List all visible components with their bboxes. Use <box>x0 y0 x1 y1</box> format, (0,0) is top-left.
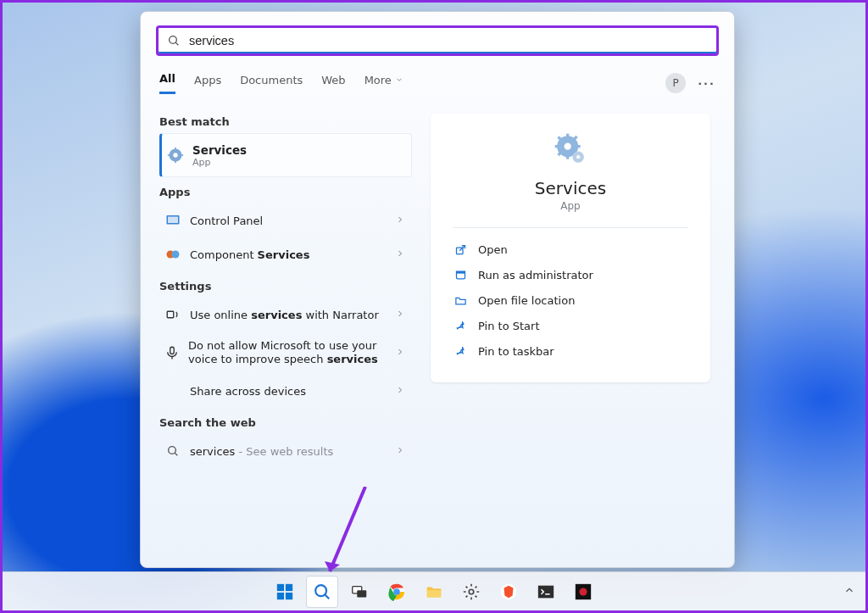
search-box[interactable] <box>156 25 719 56</box>
result-component-services[interactable]: Component Services <box>159 237 412 271</box>
result-web-search[interactable]: services - See web results <box>159 434 412 468</box>
result-control-panel[interactable]: Control Panel <box>159 203 412 237</box>
result-title: Services <box>192 143 247 157</box>
svg-point-3 <box>173 153 177 157</box>
action-pin-to-start[interactable]: Pin to Start <box>453 313 688 338</box>
taskbar-start-button[interactable] <box>269 576 301 608</box>
results-list: Best match Services App Apps Control Pan… <box>141 97 412 567</box>
section-best-match: Best match <box>159 115 412 128</box>
action-label: Open <box>478 243 508 256</box>
tab-all[interactable]: All <box>159 72 175 94</box>
action-pin-to-taskbar[interactable]: Pin to taskbar <box>453 338 688 364</box>
svg-point-0 <box>170 36 177 44</box>
taskbar-file-explorer-button[interactable] <box>418 576 450 608</box>
svg-point-15 <box>169 447 176 454</box>
result-narrator-services[interactable]: Use online services with Narrator <box>159 298 412 332</box>
svg-line-16 <box>175 453 177 455</box>
tab-web[interactable]: Web <box>321 72 345 94</box>
result-speech-services[interactable]: Do not allow Microsoft to use your voice… <box>159 332 412 374</box>
taskbar-search-button[interactable] <box>306 576 338 608</box>
result-services-app[interactable]: Services App <box>159 133 412 177</box>
tab-more-label: More <box>364 74 392 86</box>
blank-icon <box>164 382 181 399</box>
result-share-across-devices[interactable]: Share across devices <box>159 374 412 408</box>
svg-rect-44 <box>427 590 442 597</box>
taskbar <box>3 571 865 610</box>
taskbar-brave-button[interactable] <box>492 576 525 608</box>
component-icon <box>164 246 181 263</box>
action-run-as-admin[interactable]: Run as administrator <box>453 262 688 287</box>
svg-line-1 <box>175 42 178 45</box>
taskbar-task-view-button[interactable] <box>343 576 376 608</box>
svg-rect-12 <box>167 311 174 318</box>
chevron-right-icon <box>395 248 405 261</box>
svg-rect-4 <box>175 148 176 150</box>
pin-icon <box>453 345 468 358</box>
chevron-down-icon <box>395 74 403 86</box>
chevron-right-icon <box>395 445 405 458</box>
svg-rect-19 <box>566 134 569 138</box>
result-type: App <box>192 157 247 168</box>
search-filter-tabs: All Apps Documents Web More P ··· <box>141 63 734 97</box>
svg-rect-34 <box>286 583 292 590</box>
details-type: App <box>453 200 688 212</box>
svg-rect-13 <box>170 347 175 354</box>
search-input[interactable] <box>189 34 709 47</box>
tab-documents[interactable]: Documents <box>240 72 303 94</box>
taskbar-app-button[interactable] <box>567 576 599 608</box>
section-settings: Settings <box>159 280 412 293</box>
details-card: Services App Open Run as administrator O… <box>431 114 710 382</box>
svg-rect-35 <box>277 592 284 599</box>
svg-point-11 <box>172 251 180 259</box>
svg-point-45 <box>469 589 474 594</box>
svg-rect-9 <box>168 217 178 224</box>
svg-rect-20 <box>566 155 569 159</box>
result-label: Share across devices <box>190 385 306 398</box>
tray-show-hidden-icons[interactable] <box>843 584 855 599</box>
action-label: Pin to taskbar <box>478 345 554 358</box>
action-open[interactable]: Open <box>453 237 688 262</box>
control-panel-icon <box>164 212 181 229</box>
svg-point-28 <box>576 155 580 159</box>
search-icon <box>164 443 181 460</box>
svg-rect-30 <box>456 271 465 274</box>
taskbar-settings-button[interactable] <box>455 576 487 608</box>
gear-icon <box>167 147 184 164</box>
more-options-button[interactable]: ··· <box>698 77 715 90</box>
result-label: Control Panel <box>190 215 263 227</box>
result-label: services - See web results <box>190 445 333 458</box>
svg-rect-7 <box>181 154 183 156</box>
action-label: Pin to Start <box>478 320 539 332</box>
account-avatar[interactable]: P <box>665 73 686 93</box>
microphone-icon <box>164 344 180 361</box>
svg-rect-36 <box>286 592 292 599</box>
tab-more[interactable]: More <box>364 72 403 94</box>
taskbar-tray <box>843 584 855 599</box>
tab-apps[interactable]: Apps <box>194 72 221 94</box>
result-label: Do not allow Microsoft to use your voice… <box>188 339 387 367</box>
svg-line-38 <box>325 594 329 599</box>
taskbar-terminal-button[interactable] <box>530 576 562 608</box>
section-search-web: Search the web <box>159 416 412 429</box>
services-gear-icon <box>453 132 688 166</box>
taskbar-chrome-button[interactable] <box>381 576 413 608</box>
narrator-icon <box>164 306 181 323</box>
svg-point-50 <box>579 588 587 595</box>
chevron-right-icon <box>395 215 405 227</box>
action-label: Run as administrator <box>478 269 593 281</box>
action-label: Open file location <box>478 294 575 307</box>
windows-search-panel: All Apps Documents Web More P ··· Best m… <box>140 11 735 568</box>
action-open-file-location[interactable]: Open file location <box>453 287 688 313</box>
details-pane: Services App Open Run as administrator O… <box>412 97 734 567</box>
chevron-right-icon <box>395 347 405 359</box>
svg-rect-6 <box>168 154 170 156</box>
shield-icon <box>453 269 468 281</box>
svg-rect-40 <box>357 590 366 597</box>
search-icon <box>165 32 182 49</box>
svg-rect-5 <box>175 160 176 163</box>
folder-icon <box>453 294 468 307</box>
details-title: Services <box>453 178 688 198</box>
open-icon <box>453 243 468 256</box>
result-label: Use online services with Narrator <box>190 309 379 321</box>
search-box-row <box>141 12 734 63</box>
